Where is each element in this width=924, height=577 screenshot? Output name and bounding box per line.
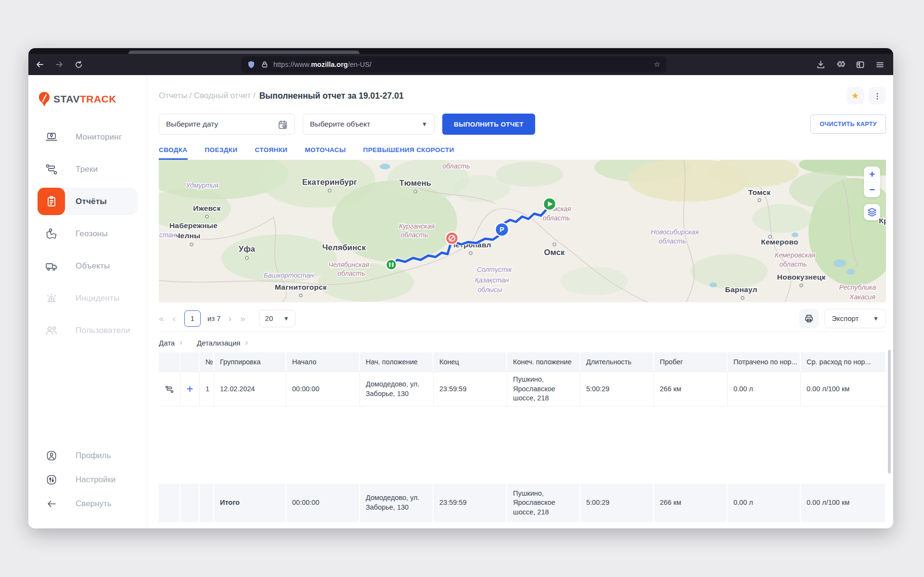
tab-trips[interactable]: ПОЕЗДКИ (205, 146, 238, 160)
object-select[interactable]: Выберите объект ▼ (303, 114, 435, 135)
sidebar-item-monitoring[interactable]: Мониторинг (38, 123, 138, 151)
zoom-out-button[interactable]: − (864, 182, 880, 197)
map-label: область (400, 231, 428, 239)
reports-icon (44, 194, 59, 209)
sidebar-item-incidents[interactable]: Инциденты (38, 284, 138, 312)
header-cell: № (200, 352, 214, 372)
url-bar[interactable]: https://www.mozilla.org/en-US/ ☆ (242, 56, 666, 73)
map-label: Кемеровская (775, 251, 816, 259)
tab-summary[interactable]: СВОДКА (159, 146, 188, 160)
header-cell: Начало (286, 352, 360, 372)
header-cell: Конеч. положение (507, 352, 580, 372)
map[interactable]: ЕкатеринбургТюменьИжевскНабережныеЧелныУ… (159, 160, 886, 302)
kebab-icon: ⋮ (873, 91, 881, 101)
back-icon (36, 60, 44, 69)
chevron-down-icon: ▼ (873, 315, 879, 322)
zoom-in-button[interactable]: + (864, 167, 880, 182)
breadcrumb[interactable]: Отчеты / Сводный отчет / (159, 91, 256, 101)
map-marker-parking[interactable]: P (495, 223, 509, 236)
tab-engine-hours[interactable]: МОТОЧАСЫ (305, 146, 346, 160)
reload-button[interactable] (71, 57, 86, 72)
sidebar-item-objects[interactable]: Объекты (38, 252, 138, 280)
current-page-box[interactable]: 1 (184, 310, 201, 327)
next-page-button[interactable]: › (229, 313, 231, 324)
cell-mileage: 266 км (654, 372, 728, 407)
cell-end-loc: Пушкино, Ярославское шоссе, 218 (507, 372, 580, 407)
map-label: Новокузнецк (777, 273, 826, 281)
incidents-icon (44, 291, 59, 306)
cell-end: 23:59:59 (434, 372, 507, 407)
map-label: Челябинск (322, 243, 366, 252)
vertical-scrollbar[interactable] (888, 350, 891, 474)
geozones-icon (44, 227, 59, 241)
map-marker-pause[interactable] (386, 259, 397, 270)
bookmark-star-icon[interactable]: ☆ (654, 60, 660, 69)
sidebar: STAVTRACK Мониторинг Треки Отчёты Геоз (28, 75, 147, 528)
shield-icon (247, 61, 255, 69)
more-options-button[interactable]: ⋮ (869, 87, 886, 104)
logo[interactable]: STAVTRACK (38, 91, 147, 107)
sidebar-item-users[interactable]: Пользователи (38, 317, 138, 344)
chip-date[interactable]: Дата › (159, 338, 182, 347)
export-button[interactable]: Экспорт ▼ (824, 309, 886, 328)
map-label: Тюмень (399, 179, 431, 187)
extensions-icon[interactable] (836, 60, 845, 69)
tab-speeding[interactable]: ПРЕВЫШЕНИЯ СКОРОСТИ (363, 146, 454, 160)
header-cell: Группировка (214, 352, 286, 372)
profile-icon (45, 449, 58, 462)
page-size-select[interactable]: 20 ▼ (259, 310, 295, 327)
date-input[interactable] (166, 120, 262, 128)
pagination-row: « ‹ 1 из 7 › » 20 ▼ Экспорт ▼ (159, 305, 886, 332)
map-city-dot (328, 189, 331, 192)
sidebar-item-settings[interactable]: Настройки (38, 468, 138, 492)
header-row: Отчеты / Сводный отчет / Выполненный отч… (159, 88, 886, 104)
reload-icon (75, 61, 83, 69)
favorite-button[interactable]: ★ (847, 87, 864, 104)
map-marker-play[interactable] (543, 198, 556, 210)
sidebar-item-geozones[interactable]: Геозоны (38, 220, 138, 247)
expand-row-button[interactable]: + (187, 382, 193, 397)
map-city-dot (414, 190, 417, 193)
cell-group: 12.02.2024 (214, 372, 286, 407)
map-layers-button[interactable] (864, 204, 880, 220)
clear-map-button[interactable]: ОЧИСТИТЬ КАРТУ (810, 115, 886, 134)
url-text: https://www.mozilla.org/en-US/ (273, 61, 372, 68)
main-content: Отчеты / Сводный отчет / Выполненный отч… (147, 75, 893, 528)
printer-icon (804, 313, 814, 324)
run-report-button[interactable]: ВЫПОЛНИТЬ ОТЧЕТ (442, 114, 535, 135)
last-page-button[interactable]: » (240, 313, 245, 324)
sidebar-item-tracks[interactable]: Треки (38, 155, 138, 183)
map-label: Ижевск (193, 204, 220, 212)
logo-text: STAVTRACK (53, 93, 116, 105)
map-label: Кр (879, 217, 886, 225)
map-marker-finish[interactable] (446, 232, 458, 244)
prev-page-button[interactable]: ‹ (173, 313, 176, 324)
total-avg: 0.00 л/100 км (801, 484, 886, 522)
sidebar-item-reports[interactable]: Отчёты (38, 188, 138, 215)
sidebar-collapse[interactable]: Свернуть (38, 492, 138, 516)
back-button[interactable] (32, 57, 48, 72)
forward-button[interactable] (51, 57, 67, 72)
map-label: Екатеринбург (302, 178, 357, 186)
first-page-button[interactable]: « (159, 313, 164, 324)
chip-detail[interactable]: Детализация › (197, 338, 248, 347)
map-city-dot (758, 199, 761, 202)
print-button[interactable] (799, 309, 819, 328)
map-label: Челны (175, 231, 201, 240)
table-row[interactable]: + 1 12.02.2024 00:00:00 Домодедово, ул. … (159, 372, 886, 407)
date-picker[interactable] (159, 114, 295, 135)
download-icon[interactable] (816, 60, 825, 69)
page-title: Выполненный отчет за 19.01-27.01 (259, 91, 404, 101)
cell-duration: 5:00:29 (580, 372, 654, 407)
menu-hamburger-icon[interactable] (875, 60, 885, 69)
header-cell: Пробег (654, 352, 728, 372)
map-label: облысы (478, 286, 503, 294)
sidebar-toggle-icon[interactable] (856, 60, 865, 69)
map-label: Башкортостан (264, 271, 314, 279)
tab-stops[interactable]: СТОЯНКИ (255, 146, 288, 160)
sidebar-item-profile[interactable]: Профиль (38, 444, 138, 468)
total-start: 00:00:00 (286, 484, 360, 522)
map-city-dot (741, 296, 744, 299)
layers-icon (867, 207, 877, 218)
map-label: Набережные (169, 221, 218, 230)
